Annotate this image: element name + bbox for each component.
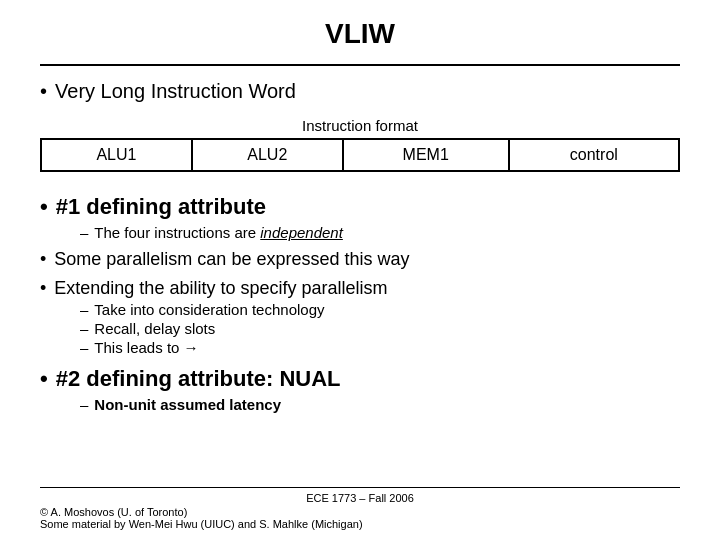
sub1-text: The four instructions are independent: [94, 224, 343, 241]
bullet-dot-2: •: [40, 194, 48, 220]
dash-2: –: [80, 301, 88, 318]
bullet3: • Some parallelism can be expressed this…: [40, 249, 680, 270]
sub-bullet-2: – Take into consideration technology: [80, 301, 680, 318]
bullet-dot-5: •: [40, 366, 48, 392]
instruction-format-label: Instruction format: [40, 117, 680, 134]
bullet4-text: Extending the ability to specify paralle…: [54, 278, 387, 299]
format-table: ALU1 ALU2 MEM1 control: [40, 138, 680, 172]
slide-title: VLIW: [40, 18, 680, 50]
sub-bullet-1: – The four instructions are independent: [80, 224, 680, 241]
table-cell-control: control: [509, 139, 679, 171]
bullet1: • Very Long Instruction Word: [40, 80, 680, 103]
footer-copyright: © A. Moshovos (U. of Toronto) Some mater…: [40, 506, 363, 530]
slide-container: VLIW • Very Long Instruction Word Instru…: [0, 0, 720, 540]
table-row: ALU1 ALU2 MEM1 control: [41, 139, 679, 171]
instruction-format-section: Instruction format ALU1 ALU2 MEM1 contro…: [40, 117, 680, 172]
bullet5-text: #2 defining attribute: NUAL: [56, 366, 341, 392]
title-divider: [40, 64, 680, 66]
footer-course: ECE 1773 – Fall 2006: [306, 492, 414, 504]
bullet2: • #1 defining attribute: [40, 194, 680, 220]
title-section: VLIW: [40, 0, 680, 58]
dash-5: –: [80, 396, 88, 413]
dash-1: –: [80, 224, 88, 241]
bullet-dot-1: •: [40, 80, 47, 103]
sub-bullet-3: – Recall, delay slots: [80, 320, 680, 337]
sub1-italic: independent: [260, 224, 343, 241]
bullet-dot-4: •: [40, 278, 46, 299]
arrow-icon: →: [184, 339, 199, 356]
footer-divider: [40, 487, 680, 488]
bullet2-text: #1 defining attribute: [56, 194, 266, 220]
sub-bullet-4: – This leads to →: [80, 339, 680, 356]
table-cell-alu1: ALU1: [41, 139, 192, 171]
sub4-text: This leads to →: [94, 339, 198, 356]
bullet1-text: Very Long Instruction Word: [55, 80, 296, 103]
sub2-text: Take into consideration technology: [94, 301, 324, 318]
bullet-dot-3: •: [40, 249, 46, 270]
table-cell-alu2: ALU2: [192, 139, 343, 171]
dash-3: –: [80, 320, 88, 337]
bullet5: • #2 defining attribute: NUAL: [40, 366, 680, 392]
sub5-text: Non-unit assumed latency: [94, 396, 281, 413]
bullet4: • Extending the ability to specify paral…: [40, 278, 680, 299]
sub-bullet-5: – Non-unit assumed latency: [80, 396, 680, 413]
bullet3-text: Some parallelism can be expressed this w…: [54, 249, 409, 270]
table-cell-mem1: MEM1: [343, 139, 509, 171]
dash-4: –: [80, 339, 88, 356]
footer: ECE 1773 – Fall 2006 © A. Moshovos (U. o…: [40, 492, 680, 530]
sub3-text: Recall, delay slots: [94, 320, 215, 337]
